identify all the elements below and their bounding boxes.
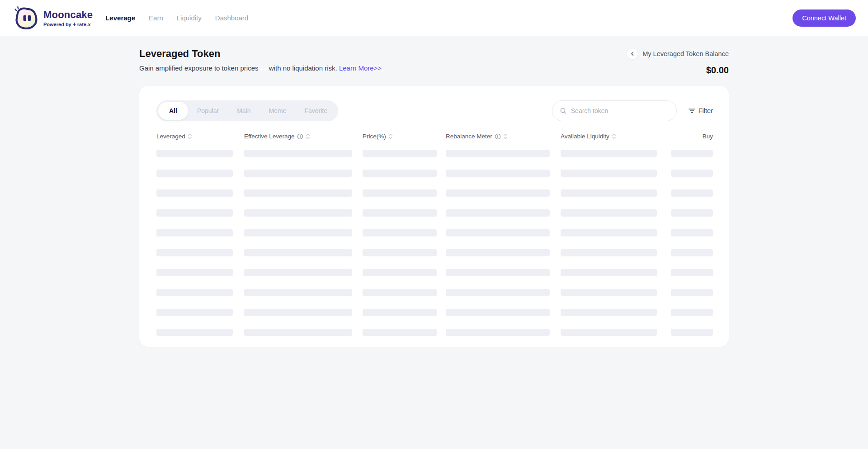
skeleton-bar <box>446 189 550 197</box>
card-toolbar: All Popular Main Meme Favorite <box>156 100 713 121</box>
skeleton-bar <box>156 249 233 256</box>
table-row-skeleton <box>156 229 713 236</box>
search-icon <box>560 107 567 114</box>
skeleton-bar <box>156 150 233 157</box>
skeleton-bar <box>561 249 657 256</box>
skeleton-bar <box>363 189 437 197</box>
toolbar-right: Filter <box>552 100 713 121</box>
skeleton-bar <box>363 150 437 157</box>
skeleton-bar <box>671 269 713 276</box>
nav-item-dashboard[interactable]: Dashboard <box>215 14 248 22</box>
main-nav: Leverage Earn Liquidity Dashboard <box>105 14 248 22</box>
balance-row: My Leveraged Token Balance <box>627 48 729 60</box>
connect-wallet-button[interactable]: Connect Wallet <box>793 9 856 27</box>
skeleton-bar <box>244 249 352 256</box>
skeleton-bar <box>156 289 233 296</box>
table-row-skeleton <box>156 209 713 217</box>
nav-item-earn[interactable]: Earn <box>149 14 163 22</box>
skeleton-bar <box>561 170 657 177</box>
main-content: Leveraged Token Gain amplified exposure … <box>139 48 729 347</box>
info-icon <box>297 133 303 140</box>
collapse-balance-button[interactable] <box>627 48 638 60</box>
sort-icon <box>306 133 310 139</box>
table-row-skeleton <box>156 289 713 296</box>
column-header-effective-leverage[interactable]: Effective Leverage <box>244 133 363 140</box>
table-row-skeleton <box>156 309 713 316</box>
tab-favorite[interactable]: Favorite <box>295 102 336 120</box>
skeleton-bar <box>156 269 233 276</box>
category-tabs: All Popular Main Meme Favorite <box>156 100 338 121</box>
balance-value: $0.00 <box>627 65 729 76</box>
sort-icon <box>503 133 508 139</box>
column-header-leveraged[interactable]: Leveraged <box>156 133 244 140</box>
skeleton-bar <box>446 329 550 336</box>
skeleton-bar <box>156 170 233 177</box>
skeleton-bar <box>363 229 437 236</box>
top-bar: Mooncake Powered by rate-x Leverage Earn… <box>0 0 868 36</box>
brand-name: Mooncake <box>43 9 93 21</box>
page-subtitle: Gain amplified exposure to token prices … <box>139 64 382 72</box>
search-box[interactable] <box>552 100 677 121</box>
skeleton-bar <box>561 329 657 336</box>
learn-more-link[interactable]: Learn More>> <box>339 64 382 72</box>
skeleton-bar <box>671 170 713 177</box>
page-title-block: Leveraged Token Gain amplified exposure … <box>139 48 382 72</box>
skeleton-bar <box>561 150 657 157</box>
column-header-price[interactable]: Price(%) <box>363 133 446 140</box>
skeleton-bar <box>363 329 437 336</box>
skeleton-bar <box>671 209 713 217</box>
tab-main[interactable]: Main <box>228 102 259 120</box>
skeleton-bar <box>671 249 713 256</box>
sort-icon <box>388 133 393 139</box>
brand-logo[interactable]: Mooncake Powered by rate-x <box>14 5 93 31</box>
table-row-skeleton <box>156 249 713 256</box>
skeleton-bar <box>244 329 352 336</box>
mooncake-mascot-icon <box>14 5 39 31</box>
skeleton-bar <box>561 229 657 236</box>
filter-label: Filter <box>698 107 713 114</box>
skeleton-bar <box>446 269 550 276</box>
nav-item-liquidity[interactable]: Liquidity <box>177 14 202 22</box>
skeleton-bar <box>446 209 550 217</box>
brand-text: Mooncake Powered by rate-x <box>43 9 93 27</box>
skeleton-bar <box>244 189 352 197</box>
skeleton-bar <box>156 229 233 236</box>
skeleton-bar <box>156 309 233 316</box>
skeleton-bar <box>446 150 550 157</box>
skeleton-bar <box>671 150 713 157</box>
skeleton-bar <box>363 269 437 276</box>
skeleton-bar <box>671 309 713 316</box>
nav-item-leverage[interactable]: Leverage <box>105 14 135 22</box>
token-list-card: All Popular Main Meme Favorite <box>139 86 729 347</box>
column-header-available-liquidity[interactable]: Available Liquidity <box>561 133 670 140</box>
skeleton-bar <box>561 309 657 316</box>
sort-icon <box>188 133 192 139</box>
skeleton-bar <box>671 329 713 336</box>
search-input[interactable] <box>571 107 671 114</box>
skeleton-bar <box>446 170 550 177</box>
skeleton-bar <box>363 249 437 256</box>
tab-all[interactable]: All <box>158 102 188 120</box>
skeleton-bar <box>561 189 657 197</box>
balance-block: My Leveraged Token Balance $0.00 <box>627 48 729 76</box>
skeleton-bar <box>671 189 713 197</box>
balance-label: My Leveraged Token Balance <box>642 50 729 57</box>
skeleton-bar <box>244 269 352 276</box>
skeleton-bar <box>363 309 437 316</box>
table-row-skeleton <box>156 189 713 197</box>
skeleton-bar <box>244 209 352 217</box>
tab-popular[interactable]: Popular <box>188 102 228 120</box>
tab-meme[interactable]: Meme <box>260 102 296 120</box>
skeleton-bar <box>244 170 352 177</box>
skeleton-bar <box>244 150 352 157</box>
skeleton-bar <box>156 189 233 197</box>
brand-tagline: Powered by rate-x <box>43 22 93 27</box>
skeleton-bar <box>363 170 437 177</box>
column-header-rebalance-meter[interactable]: Rebalance Meter <box>446 133 561 140</box>
page-title: Leveraged Token <box>139 48 382 60</box>
skeleton-bar <box>244 289 352 296</box>
skeleton-bar <box>363 209 437 217</box>
table-row-skeleton <box>156 329 713 336</box>
table-row-skeleton <box>156 170 713 177</box>
filter-button[interactable]: Filter <box>689 107 713 114</box>
